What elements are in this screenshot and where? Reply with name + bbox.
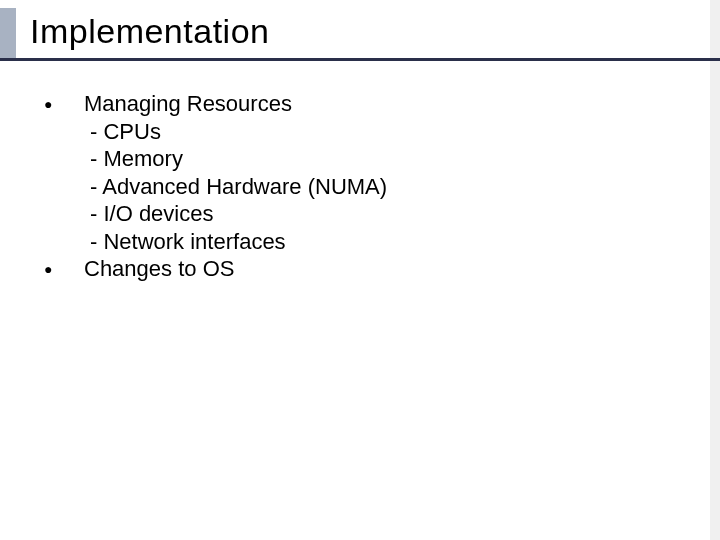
bullet-icon: ● — [40, 90, 84, 118]
slide: Implementation ● Managing Resources - CP… — [0, 0, 720, 540]
title-accent-block — [0, 8, 16, 58]
slide-title: Implementation — [30, 12, 269, 51]
bullet-icon: ● — [40, 255, 84, 283]
bullet-label: Managing Resources — [84, 90, 680, 118]
subitem: - Memory — [84, 145, 680, 173]
title-underline — [0, 58, 720, 61]
slide-body: ● Managing Resources - CPUs - Memory - A… — [40, 90, 680, 283]
right-margin-strip — [710, 0, 720, 540]
subitem: - I/O devices — [84, 200, 680, 228]
subitem: - Network interfaces — [84, 228, 680, 256]
bullet-label: Changes to OS — [84, 255, 680, 283]
bullet-item: ● Changes to OS — [40, 255, 680, 283]
bullet-text: Changes to OS — [84, 255, 680, 283]
subitem: - CPUs — [84, 118, 680, 146]
bullet-item: ● Managing Resources - CPUs - Memory - A… — [40, 90, 680, 255]
bullet-text: Managing Resources - CPUs - Memory - Adv… — [84, 90, 680, 255]
subitem: - Advanced Hardware (NUMA) — [84, 173, 680, 201]
